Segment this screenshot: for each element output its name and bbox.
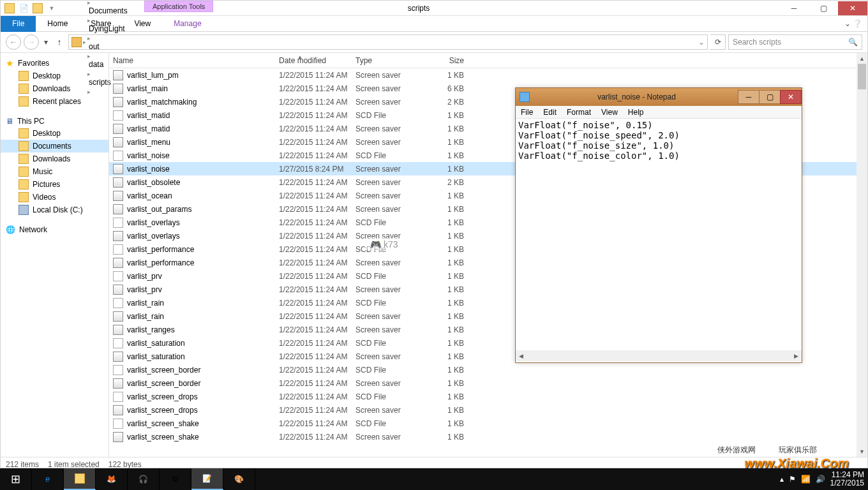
chevron-right-icon[interactable]: ▸ [87,0,91,6]
folder-icon [19,167,29,177]
network-header[interactable]: 🌐Network [1,224,108,235]
taskbar-steam[interactable]: ⚙ [160,468,191,490]
quick-access-toolbar: 📄 ▼ [1,2,58,15]
start-button[interactable]: ⊞ [0,468,32,490]
file-name: varlist_matchmaking [127,98,279,107]
notepad-text-area[interactable]: VarFloat("f_noise", 0.15) VarFloat("f_no… [516,119,802,350]
nav-item-pictures[interactable]: Pictures [1,178,108,191]
menu-format[interactable]: Format [567,108,591,117]
menu-edit[interactable]: Edit [543,108,557,117]
file-type: Screen saver [355,406,432,415]
file-row[interactable]: varlist_lum_pm1/22/2015 11:24 AMScreen s… [109,68,857,82]
tray-up-icon[interactable]: ▴ [780,475,784,484]
scroll-left-icon[interactable]: ◀ [516,350,527,361]
tray-clock[interactable]: 11:24 PM 1/27/2015 [830,471,864,487]
column-name[interactable]: Name [113,56,279,65]
favorites-header[interactable]: ★Favorites [1,57,108,70]
file-date: 1/22/2015 11:24 AM [279,205,355,214]
folder-icon [19,128,29,138]
taskbar-firefox[interactable]: 🦊 [96,468,128,490]
refresh-button[interactable]: ⟳ [710,34,726,50]
breadcrumb-documents[interactable]: Documents [87,6,129,15]
breadcrumb-out[interactable]: out [87,42,129,51]
chevron-right-icon[interactable]: ▸ [83,39,86,45]
column-date[interactable]: Date modified [279,56,355,65]
file-type: Screen saver [355,98,432,107]
ribbon-tab-manage[interactable]: Manage [162,16,213,32]
this-pc-header[interactable]: 🖥This PC [1,115,108,127]
file-size: 1 KB [432,379,477,388]
breadcrumb-dyinglight[interactable]: DyingLight [87,24,129,33]
nav-item-downloads[interactable]: Downloads [1,152,108,165]
status-selected: 1 item selected [48,460,100,469]
maximize-button[interactable]: ▢ [759,90,781,104]
tray-network-icon[interactable]: 📶 [801,475,811,484]
scroll-down-icon[interactable]: ▼ [857,446,867,457]
application-tools-tab[interactable]: Application Tools [144,1,213,12]
nav-item-downloads[interactable]: Downloads [1,82,108,95]
file-size: 1 KB [432,258,477,267]
up-button[interactable]: ↑ [53,37,66,47]
forward-button[interactable]: → [24,34,39,50]
file-type: Screen saver [355,138,432,147]
ribbon-tab-home[interactable]: Home [36,16,79,32]
maximize-button[interactable]: ▢ [809,1,838,15]
chevron-right-icon[interactable]: ▸ [87,35,91,41]
scroll-up-icon[interactable]: ▲ [857,53,867,64]
taskbar-explorer[interactable] [64,468,96,490]
menu-file[interactable]: File [521,108,533,117]
file-size: 1 KB [432,71,477,80]
scroll-right-icon[interactable]: ▶ [791,350,802,361]
vertical-scrollbar[interactable]: ▲ ▼ [857,53,867,457]
minimize-button[interactable]: ─ [779,1,809,15]
tray-flag-icon[interactable]: ⚑ [789,475,796,484]
back-button[interactable]: ← [6,34,21,50]
nav-item-desktop[interactable]: Desktop [1,70,108,82]
file-row[interactable]: varlist_screen_border1/22/2015 11:24 AMS… [109,363,857,376]
file-icon [113,392,123,402]
taskbar-notepad[interactable]: 📝 [191,468,223,490]
file-size: 1 KB [432,433,477,442]
qat-dropdown-icon[interactable]: ▼ [45,2,58,15]
minimize-button[interactable]: ─ [738,90,760,104]
new-folder-icon[interactable] [31,2,44,15]
address-bar[interactable]: ▸ This PC▸Documents▸DyingLight▸out▸data▸… [68,34,708,50]
notepad-titlebar[interactable]: varlist_noise - Notepad ─ ▢ ✕ [516,88,802,106]
menu-view[interactable]: View [601,108,618,117]
column-type[interactable]: Type [355,56,432,65]
column-size[interactable]: Size [432,56,477,65]
nav-item-music[interactable]: Music [1,165,108,178]
file-row[interactable]: varlist_screen_border1/22/2015 11:24 AMS… [109,376,857,390]
nav-item-documents[interactable]: Documents [1,140,108,152]
address-dropdown-icon[interactable]: ⌄ [698,38,705,47]
scrollbar-thumb[interactable] [858,64,866,89]
file-row[interactable]: varlist_screen_drops1/22/2015 11:24 AMSc… [109,403,857,417]
properties-icon[interactable]: 📄 [17,2,30,15]
taskbar-app1[interactable]: 🎧 [128,468,160,490]
tray-volume-icon[interactable]: 🔊 [816,475,825,484]
nav-item-desktop[interactable]: Desktop [1,127,108,140]
close-button[interactable]: ✕ [780,90,802,104]
nav-item-videos[interactable]: Videos [1,191,108,204]
file-icon [113,84,123,94]
titlebar[interactable]: 📄 ▼ Application Tools scripts ─ ▢ ✕ [1,1,867,16]
window-title: scripts [408,4,430,13]
menu-help[interactable]: Help [628,108,644,117]
nav-item-recent-places[interactable]: Recent places [1,95,108,108]
taskbar-paint[interactable]: 🎨 [223,468,255,490]
nav-item-local-disk-c-[interactable]: Local Disk (C:) [1,204,108,216]
file-row[interactable]: varlist_screen_shake1/22/2015 11:24 AMSC… [109,417,857,430]
recent-locations-icon[interactable]: ▾ [41,38,50,47]
file-type: Screen saver [355,84,432,93]
chevron-right-icon[interactable]: ▸ [87,17,91,24]
horizontal-scrollbar[interactable]: ◀ ▶ [516,350,802,361]
ribbon-tab-file[interactable]: File [1,16,36,32]
system-tray[interactable]: ▴ ⚑ 📶 🔊 11:24 PM 1/27/2015 [780,471,868,487]
file-row[interactable]: varlist_screen_drops1/22/2015 11:24 AMSC… [109,390,857,403]
file-size: 1 KB [432,366,477,375]
ribbon-expand-icon[interactable]: ⌄ ❔ [844,19,867,28]
file-row[interactable]: varlist_screen_shake1/22/2015 11:24 AMSc… [109,430,857,443]
search-input[interactable]: Search scripts 🔍 [728,34,862,50]
taskbar-ie[interactable]: e [32,468,64,490]
close-button[interactable]: ✕ [838,1,867,15]
